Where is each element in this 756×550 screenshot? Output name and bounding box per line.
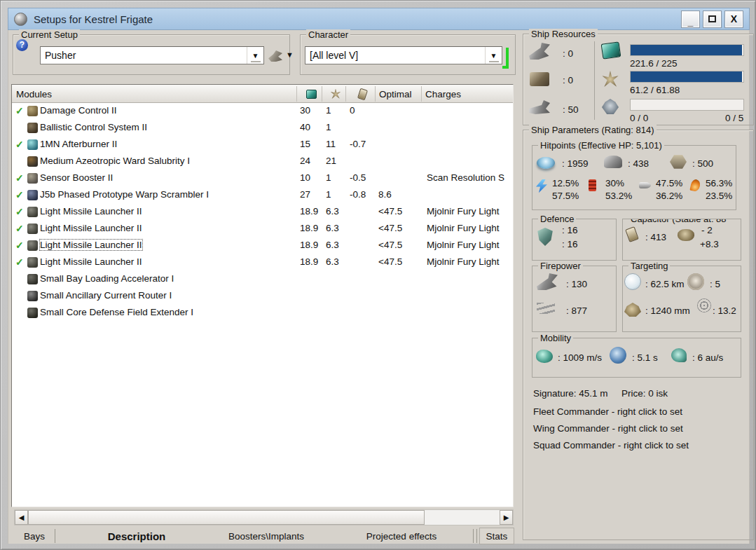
module-optimal: <47.5 [378, 223, 420, 233]
module-row[interactable]: ✓ Medium Azeotropic Ward Salubrity I 24 … [12, 153, 513, 170]
powergrid-column-header[interactable] [322, 85, 345, 103]
capacitor-group: Capacitor (Stable at: 88 : 413 - 2 +8.3 [622, 219, 741, 261]
tools-icon[interactable] [268, 50, 282, 62]
drone-bandwidth-text: 0 / 0 [630, 113, 648, 123]
fleet-commander-text[interactable]: Fleet Commander - right click to set [533, 406, 682, 417]
module-row[interactable]: ✓ 1MN Afterburner II 15 11 -0.7 [12, 137, 513, 153]
scroll-right-button[interactable]: ▶ [500, 510, 513, 525]
module-row[interactable]: ✓ Ballistic Control System II 40 1 [12, 120, 513, 137]
tab-stats[interactable]: Stats [479, 528, 514, 544]
thermal-shield-resist: 56.3% [706, 178, 732, 188]
cap-recharge-out: - 2 [701, 225, 713, 235]
current-setup-group: Current Setup ? Pusher ▼ ▼ [13, 34, 290, 75]
module-row[interactable]: ✓ Light Missile Launcher II 18.9 6.3 <47… [12, 254, 513, 271]
maximize-button[interactable] [703, 11, 722, 28]
tab-bays[interactable]: Bays [20, 528, 49, 544]
em-armor-resist: 57.5% [552, 191, 579, 201]
close-button[interactable]: X [724, 11, 743, 28]
modules-header[interactable]: Modules Optimal Charges [12, 85, 513, 103]
module-name: J5b Phased Prototype Warp Scrambler I [40, 189, 209, 200]
powergrid-usage-text: 61.2 / 61.88 [630, 85, 680, 95]
module-cpu: 18.9 [300, 256, 321, 267]
module-cap-use: -0.5 [350, 172, 374, 183]
max-speed-value: : 1009 m/s [558, 352, 602, 363]
defence-group: Defence : 16 : 16 [532, 219, 617, 261]
character-combo[interactable]: [All level V] ▼ [305, 46, 502, 64]
current-setup-label: Current Setup [19, 29, 80, 40]
modules-column-header[interactable]: Modules [12, 85, 296, 103]
powergrid-bar [630, 71, 744, 83]
module-name: Sensor Booster II [40, 172, 113, 183]
app-icon [14, 13, 27, 26]
setup-combo-arrow-icon[interactable]: ▼ [247, 47, 263, 64]
module-row[interactable]: ✓ Small Bay Loading Accelerator I [12, 271, 513, 288]
module-powergrid: 1 [326, 189, 345, 200]
active-check-icon: ✓ [15, 139, 24, 150]
tab-projected-effects[interactable]: Projected effects [356, 528, 447, 544]
scrollbar-thumb[interactable] [28, 510, 425, 525]
module-charge: Mjolnir Fury Light [427, 240, 512, 250]
module-name: Medium Azeotropic Ward Salubrity I [40, 156, 190, 166]
capacitor-column-header[interactable] [345, 85, 375, 103]
em-resist-icon [536, 179, 547, 193]
module-row[interactable]: ✓ Sensor Booster II 10 1 -0.5 Scan Resol… [12, 170, 513, 187]
scroll-left-button[interactable]: ◀ [15, 510, 28, 525]
optimal-column-header[interactable]: Optimal [375, 85, 421, 103]
module-cpu: 10 [300, 172, 321, 183]
module-row[interactable]: ✓ Damage Control II 30 1 0 [12, 103, 513, 120]
shield-defence-icon [537, 228, 554, 246]
kinetic-armor-resist: 36.2% [656, 191, 682, 201]
character-combo-arrow-icon[interactable]: ▼ [485, 47, 502, 64]
module-charge: Mjolnir Fury Light [427, 223, 512, 233]
module-row[interactable]: ✓ Small Core Defense Field Extender I [12, 305, 513, 322]
module-row[interactable]: ✓ J5b Phased Prototype Warp Scrambler I … [12, 187, 513, 204]
sig-radius-icon [697, 298, 711, 312]
client-area: Current Setup ? Pusher ▼ ▼ Character [Al… [8, 30, 750, 544]
cpu-column-header[interactable] [296, 85, 322, 103]
ancillary-router-rig-icon [27, 291, 38, 301]
setup-menu-arrow-icon[interactable]: ▼ [286, 50, 294, 59]
launcher-slots-value: : 0 [563, 75, 573, 85]
capacitor-capacity: : 413 [645, 232, 666, 242]
explosive-armor-resist: 53.2% [605, 191, 632, 201]
module-row[interactable]: ✓ Small Ancillary Current Router I [12, 288, 513, 305]
capacitor-label: Capacitor (Stable at: 88 [628, 219, 729, 224]
turret-hardpoint-icon [529, 43, 550, 60]
setup-combo[interactable]: Pusher ▼ [40, 46, 264, 64]
character-combo-value: [All level V] [305, 50, 485, 61]
scrollbar-track[interactable] [425, 510, 500, 525]
active-check-icon: ✓ [15, 223, 24, 234]
title-bar[interactable]: Setups for Kestrel Frigate _ X [8, 8, 750, 30]
module-powergrid: 21 [326, 156, 345, 166]
turret-slots-value: : 0 [563, 48, 573, 59]
modules-list[interactable]: Modules Optimal Charges ✓ Damage Control… [11, 84, 514, 507]
help-icon[interactable]: ? [16, 39, 28, 51]
warp-speed-value: : 6 au/s [692, 352, 723, 363]
module-name: Light Missile Launcher II [40, 240, 142, 250]
mobility-group: Mobility : 1009 m/s : 5.1 s : 6 au/s [532, 338, 741, 378]
module-row[interactable]: ✓ Light Missile Launcher II 18.9 6.3 <47… [12, 204, 513, 221]
tab-boosters-implants[interactable]: Boosters\Implants [217, 528, 315, 544]
tab-description[interactable]: Description [95, 528, 179, 544]
module-row[interactable]: ✓ Light Missile Launcher II 18.9 6.3 <47… [12, 238, 513, 254]
module-optimal: <47.5 [378, 206, 420, 216]
module-name: Small Bay Loading Accelerator I [40, 273, 174, 284]
ship-parameters-label: Ship Parameters (Rating: 814) [529, 125, 657, 135]
module-cpu: 40 [300, 122, 321, 132]
module-powergrid: 6.3 [326, 223, 345, 233]
module-row[interactable]: ✓ Light Missile Launcher II 18.9 6.3 <47… [12, 221, 513, 238]
wing-commander-text[interactable]: Wing Commander - right click to set [533, 423, 683, 434]
module-optimal: 8.6 [378, 189, 420, 200]
cpu-usage-text: 221.6 / 225 [630, 58, 678, 69]
damage-control-icon [27, 106, 38, 116]
minimize-button[interactable]: _ [681, 11, 700, 28]
horizontal-scrollbar[interactable]: ◀ ▶ [14, 509, 514, 525]
bay-loading-rig-icon [27, 274, 38, 284]
squad-commander-text[interactable]: Squad Commander - right click to set [533, 440, 689, 451]
module-cpu: 18.9 [300, 206, 321, 216]
module-name: 1MN Afterburner II [40, 139, 117, 149]
cpu-icon [601, 41, 621, 59]
cpu-bar [630, 44, 744, 56]
charges-column-header[interactable]: Charges [421, 85, 512, 103]
active-check-icon: ✓ [15, 189, 24, 200]
